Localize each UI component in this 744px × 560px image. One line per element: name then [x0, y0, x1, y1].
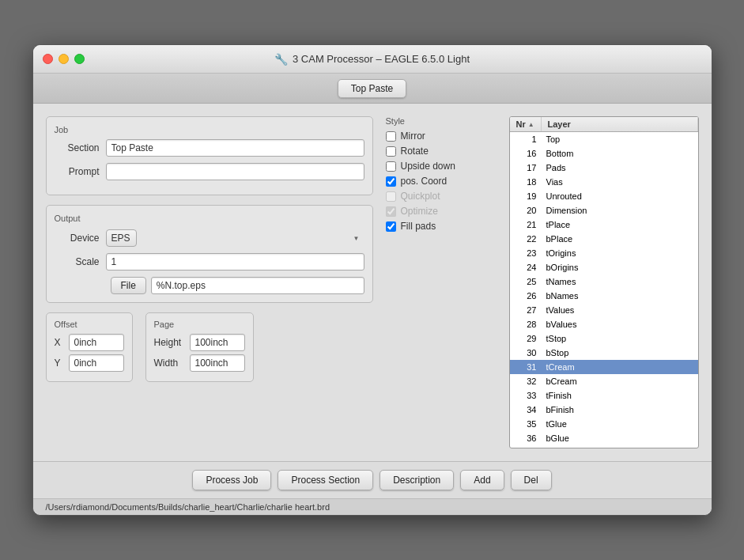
- layer-nr: 1: [512, 134, 543, 144]
- mirror-checkbox[interactable]: [386, 131, 396, 142]
- layer-nr: 16: [512, 149, 543, 158]
- nr-sort-arrow: ▲: [528, 121, 534, 128]
- process-section-button[interactable]: Process Section: [278, 470, 373, 490]
- prompt-label: Prompt: [55, 166, 106, 177]
- x-input[interactable]: [69, 334, 124, 351]
- layer-row[interactable]: 35 tGlue: [510, 417, 698, 431]
- device-select[interactable]: EPS PDF PS: [106, 229, 137, 247]
- layer-row[interactable]: 32 bCream: [510, 374, 698, 388]
- layer-row[interactable]: 27 tValues: [510, 303, 698, 317]
- fill-pads-checkbox[interactable]: [386, 221, 396, 232]
- file-input[interactable]: [151, 277, 364, 294]
- section-row: Section: [55, 139, 364, 157]
- layer-row[interactable]: 17 Pads: [510, 161, 698, 175]
- optimize-label: Optimize: [401, 206, 438, 217]
- scale-label: Scale: [55, 256, 106, 267]
- fill-pads-label: Fill pads: [401, 221, 436, 232]
- y-row: Y: [55, 354, 124, 372]
- upside-down-checkbox[interactable]: [386, 161, 396, 172]
- toolbar: Top Paste: [33, 74, 712, 104]
- layer-row[interactable]: 26 bNames: [510, 289, 698, 303]
- layer-row[interactable]: 22 bPlace: [510, 232, 698, 246]
- y-label: Y: [55, 358, 69, 369]
- layer-nr: 23: [512, 248, 543, 258]
- layer-name: bOrigins: [543, 263, 697, 272]
- layer-nr: 25: [512, 277, 543, 286]
- layer-name: tFinish: [543, 391, 697, 400]
- layer-header[interactable]: Layer: [542, 117, 698, 131]
- layer-row[interactable]: 21 tPlace: [510, 218, 698, 232]
- layer-row[interactable]: 25 tNames: [510, 274, 698, 289]
- maximize-button[interactable]: [74, 54, 85, 64]
- window-title: 🔧 3 CAM Processor – EAGLE 6.5.0 Light: [274, 53, 470, 66]
- layer-row[interactable]: 19 Unrouted: [510, 189, 698, 203]
- page-section: Page Height Width: [145, 312, 254, 382]
- layer-row[interactable]: 37 tTest: [510, 445, 698, 448]
- minimize-button[interactable]: [59, 54, 69, 64]
- layer-nr: 28: [512, 320, 543, 329]
- layer-row[interactable]: 23 tOrigins: [510, 246, 698, 260]
- layer-name: tValues: [543, 305, 697, 315]
- layer-row[interactable]: 31 tCream: [510, 360, 698, 374]
- layer-row[interactable]: 16 Bottom: [510, 146, 698, 161]
- main-content: Job Section Prompt Output Device EP: [33, 104, 712, 461]
- layer-row[interactable]: 33 tFinish: [510, 388, 698, 403]
- pos-coord-checkbox[interactable]: [386, 176, 396, 187]
- layer-nr: 31: [512, 362, 543, 372]
- device-label: Device: [55, 233, 106, 244]
- layer-row[interactable]: 1 Top: [510, 132, 698, 146]
- optimize-checkbox: [386, 206, 396, 217]
- layer-name: Dimension: [543, 206, 697, 215]
- quickplot-label: Quickplot: [401, 191, 440, 202]
- optimize-row: Optimize: [386, 206, 497, 217]
- file-row: File: [55, 277, 364, 294]
- top-paste-tab[interactable]: Top Paste: [338, 79, 406, 98]
- layer-name: Vias: [543, 177, 697, 187]
- height-label: Height: [154, 337, 190, 348]
- section-input[interactable]: [106, 139, 364, 157]
- layer-row[interactable]: 29 tStop: [510, 331, 698, 346]
- prompt-input[interactable]: [106, 163, 364, 180]
- device-row: Device EPS PDF PS: [55, 229, 364, 247]
- layer-row[interactable]: 24 bOrigins: [510, 260, 698, 274]
- file-button[interactable]: File: [111, 277, 146, 294]
- layer-row[interactable]: 36 bGlue: [510, 431, 698, 445]
- quickplot-checkbox: [386, 191, 396, 202]
- style-label: Style: [386, 116, 497, 126]
- pos-coord-label: pos. Coord: [401, 176, 448, 187]
- layer-nr: 36: [512, 433, 543, 443]
- del-button[interactable]: Del: [511, 470, 552, 490]
- status-path: /Users/rdiamond/Documents/Builds/charlie…: [46, 502, 330, 512]
- page-label: Page: [154, 320, 245, 329]
- scale-input[interactable]: [106, 253, 364, 271]
- layer-name: Unrouted: [543, 191, 697, 201]
- layer-name: tOrigins: [543, 248, 697, 258]
- close-button[interactable]: [43, 54, 53, 64]
- layer-nr: 27: [512, 305, 543, 315]
- layer-row[interactable]: 18 Vias: [510, 175, 698, 189]
- right-panel: Nr ▲ Layer 1 Top 16 Bottom 17 Pads 18 Vi…: [509, 116, 699, 448]
- rotate-checkbox[interactable]: [386, 146, 396, 157]
- y-input[interactable]: [69, 354, 124, 372]
- description-button[interactable]: Description: [380, 470, 454, 490]
- layer-row[interactable]: 20 Dimension: [510, 203, 698, 218]
- width-input[interactable]: [190, 354, 245, 372]
- job-label: Job: [55, 125, 364, 134]
- layer-nr: 18: [512, 177, 543, 187]
- add-button[interactable]: Add: [460, 470, 504, 490]
- layer-row[interactable]: 30 bStop: [510, 346, 698, 360]
- layer-name: Bottom: [543, 149, 697, 158]
- style-section: Style Mirror Rotate Upside down pos. Coo…: [386, 116, 497, 232]
- layer-name: bPlace: [543, 234, 697, 244]
- height-input[interactable]: [190, 334, 245, 351]
- layer-nr: 32: [512, 376, 543, 386]
- process-job-button[interactable]: Process Job: [192, 470, 271, 490]
- layer-list[interactable]: 1 Top 16 Bottom 17 Pads 18 Vias 19 Unrou…: [510, 132, 698, 448]
- nr-header[interactable]: Nr ▲: [510, 117, 542, 131]
- layer-row[interactable]: 34 bFinish: [510, 403, 698, 417]
- layer-row[interactable]: 28 bValues: [510, 317, 698, 331]
- layer-nr: 21: [512, 220, 543, 229]
- layer-name: bNames: [543, 291, 697, 301]
- left-panel: Job Section Prompt Output Device EP: [46, 116, 373, 448]
- prompt-row: Prompt: [55, 163, 364, 180]
